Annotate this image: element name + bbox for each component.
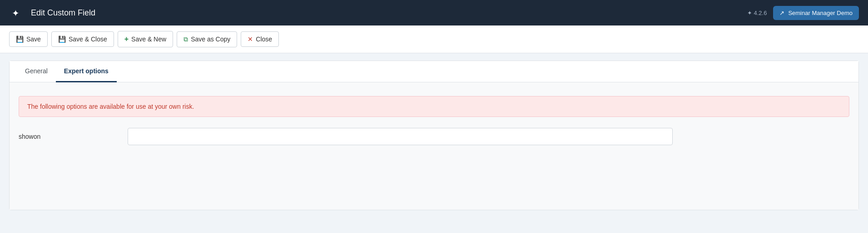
page-title: Edit Custom Field bbox=[31, 8, 95, 18]
warning-box: The following options are available for … bbox=[19, 96, 849, 117]
content-area: General Expert options The following opt… bbox=[0, 61, 868, 219]
toolbar: 💾 Save 💾 Save & Close + Save & New ⧉ Sav… bbox=[0, 25, 868, 53]
joomla-logo: ✦ bbox=[9, 5, 25, 21]
navbar-right: ✦ 4.2.6 ↗ Seminar Manager Demo bbox=[747, 6, 859, 20]
tab-general[interactable]: General bbox=[17, 61, 56, 82]
external-link-icon: ↗ bbox=[779, 10, 784, 16]
navbar-left: ✦ Edit Custom Field bbox=[9, 5, 95, 21]
copy-icon: ⧉ bbox=[184, 35, 188, 43]
showon-label: showon bbox=[19, 133, 119, 140]
save-new-button[interactable]: + Save & New bbox=[118, 31, 173, 47]
save-icon: 💾 bbox=[16, 35, 24, 43]
close-button[interactable]: ✕ Close bbox=[241, 31, 279, 47]
svg-text:✦: ✦ bbox=[12, 8, 20, 18]
showon-input[interactable] bbox=[128, 128, 673, 145]
close-icon: ✕ bbox=[248, 35, 253, 43]
seminar-manager-button[interactable]: ↗ Seminar Manager Demo bbox=[773, 6, 859, 20]
navbar: ✦ Edit Custom Field ✦ 4.2.6 ↗ Seminar Ma… bbox=[0, 0, 868, 25]
version-badge: ✦ 4.2.6 bbox=[747, 10, 767, 16]
tabs-header: General Expert options bbox=[10, 61, 858, 82]
tab-content-expert: The following options are available for … bbox=[10, 82, 858, 210]
save-close-button[interactable]: 💾 Save & Close bbox=[51, 31, 114, 47]
showon-field-row: showon bbox=[19, 128, 849, 145]
add-icon: + bbox=[124, 35, 129, 43]
save-close-icon: 💾 bbox=[58, 35, 66, 43]
tabs-container: General Expert options The following opt… bbox=[9, 61, 859, 210]
tab-expert-options[interactable]: Expert options bbox=[56, 61, 117, 82]
save-button[interactable]: 💾 Save bbox=[9, 31, 48, 47]
save-copy-button[interactable]: ⧉ Save as Copy bbox=[177, 31, 237, 47]
